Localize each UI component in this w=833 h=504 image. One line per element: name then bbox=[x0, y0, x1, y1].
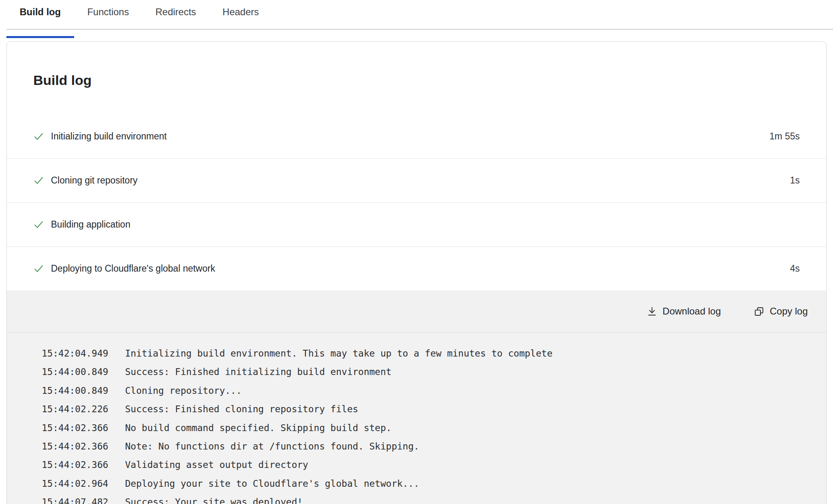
log-message: Deploying your site to Cloudflare's glob… bbox=[125, 474, 810, 493]
tab-bar: Build log Functions Redirects Headers bbox=[6, 0, 833, 30]
log-line: 15:44:02.964 Deploying your site to Clou… bbox=[42, 474, 810, 493]
log-toolbar: Download log Copy log bbox=[7, 290, 826, 333]
stage-duration: 4s bbox=[790, 263, 800, 274]
stage-list: Initializing build environment 1m 55s Cl… bbox=[7, 114, 826, 290]
log-message: Success: Finished initializing build env… bbox=[125, 363, 810, 381]
download-log-button[interactable]: Download log bbox=[643, 302, 725, 320]
log-timestamp: 15:44:02.964 bbox=[42, 474, 125, 493]
stage-label: Building application bbox=[51, 219, 800, 230]
stage-row-cloning[interactable]: Cloning git repository 1s bbox=[7, 158, 826, 202]
log-line: 15:44:00.849 Cloning repository... bbox=[42, 381, 810, 400]
copy-icon bbox=[754, 306, 764, 317]
log-message: Cloning repository... bbox=[125, 381, 810, 400]
download-log-label: Download log bbox=[663, 306, 721, 317]
tab-redirects[interactable]: Redirects bbox=[142, 0, 209, 29]
log-message: Validating asset output directory bbox=[125, 456, 810, 474]
page-title: Build log bbox=[7, 42, 826, 88]
log-line: 15:44:02.366 No build command specified.… bbox=[42, 419, 810, 437]
log-output[interactable]: 15:42:04.949 Initializing build environm… bbox=[7, 333, 826, 504]
log-line: 15:44:02.226 Success: Finished cloning r… bbox=[42, 400, 810, 418]
log-message: Note: No functions dir at /functions fou… bbox=[125, 437, 810, 456]
log-message: No build command specified. Skipping bui… bbox=[125, 419, 810, 437]
log-timestamp: 15:44:00.849 bbox=[42, 381, 125, 400]
stage-label: Initializing build environment bbox=[51, 131, 770, 142]
log-line: 15:44:00.849 Success: Finished initializ… bbox=[42, 363, 810, 381]
log-timestamp: 15:44:02.226 bbox=[42, 400, 125, 418]
stage-row-building[interactable]: Building application bbox=[7, 202, 826, 246]
log-line: 15:44:02.366 Validating asset output dir… bbox=[42, 456, 810, 474]
stage-duration: 1s bbox=[790, 175, 800, 186]
log-timestamp: 15:42:04.949 bbox=[42, 344, 125, 363]
log-timestamp: 15:44:02.366 bbox=[42, 419, 125, 437]
check-icon bbox=[33, 219, 44, 230]
download-icon bbox=[647, 306, 657, 317]
stage-duration: 1m 55s bbox=[770, 131, 800, 142]
stage-row-initializing[interactable]: Initializing build environment 1m 55s bbox=[7, 114, 826, 158]
log-message: Success: Finished cloning repository fil… bbox=[125, 400, 810, 418]
log-message: Initializing build environment. This may… bbox=[125, 344, 810, 363]
log-timestamp: 15:44:02.366 bbox=[42, 456, 125, 474]
log-timestamp: 15:44:00.849 bbox=[42, 363, 125, 381]
check-icon bbox=[33, 175, 44, 186]
stage-label: Deploying to Cloudflare's global network bbox=[51, 263, 790, 274]
check-icon bbox=[33, 131, 44, 142]
tab-functions[interactable]: Functions bbox=[74, 0, 142, 29]
log-timestamp: 15:44:07.482 bbox=[42, 493, 125, 504]
log-line: 15:44:02.366 Note: No functions dir at /… bbox=[42, 437, 810, 456]
log-line: 15:42:04.949 Initializing build environm… bbox=[42, 344, 810, 363]
stage-label: Cloning git repository bbox=[51, 175, 790, 186]
build-log-card: Build log Initializing build environment… bbox=[6, 41, 827, 504]
tab-headers[interactable]: Headers bbox=[209, 0, 272, 29]
log-timestamp: 15:44:02.366 bbox=[42, 437, 125, 456]
copy-log-button[interactable]: Copy log bbox=[750, 302, 812, 320]
tab-build-log[interactable]: Build log bbox=[6, 0, 74, 29]
copy-log-label: Copy log bbox=[770, 306, 808, 317]
check-icon bbox=[33, 263, 44, 274]
stage-row-deploying[interactable]: Deploying to Cloudflare's global network… bbox=[7, 246, 826, 290]
log-line: 15:44:07.482 Success: Your site was depl… bbox=[42, 493, 810, 504]
log-message: Success: Your site was deployed! bbox=[125, 493, 810, 504]
